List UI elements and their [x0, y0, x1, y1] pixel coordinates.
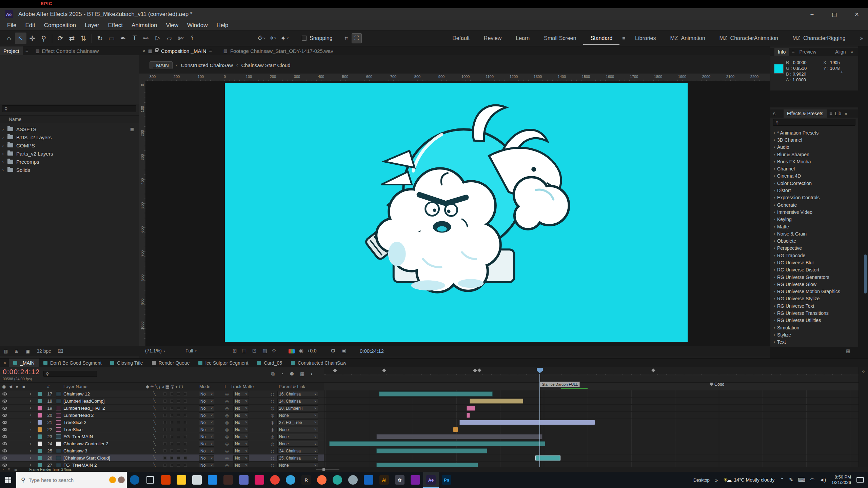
- chevron-up-icon[interactable]: ⌃: [780, 477, 784, 483]
- composition-viewport[interactable]: 10001002003004005006007008009001000: [139, 81, 770, 346]
- layer-switch-box[interactable]: [163, 449, 166, 452]
- snapshot-icon[interactable]: ✪: [331, 348, 335, 354]
- layer-lane[interactable]: [324, 462, 859, 467]
- type-tool[interactable]: T: [129, 33, 140, 44]
- tab-composition-main[interactable]: Composition _MAIN: [161, 48, 206, 54]
- layer-duration-bar[interactable]: [329, 441, 545, 446]
- layer-quality-icon[interactable]: ╲: [153, 463, 156, 467]
- chatgpt-app[interactable]: ✿: [392, 472, 408, 488]
- choose-grid-guides-icon[interactable]: ⊞: [233, 348, 237, 354]
- notification-center-icon[interactable]: [856, 477, 864, 483]
- layer-mode-dropdown[interactable]: No˅: [199, 412, 214, 418]
- layer-switch-box[interactable]: [184, 421, 187, 424]
- layer-quality-icon[interactable]: ╲: [153, 391, 156, 396]
- timeline-tab-render-queue[interactable]: Render Queue: [147, 359, 194, 367]
- start-button[interactable]: [0, 472, 16, 488]
- parent-link-dropdown[interactable]: None˅: [277, 462, 318, 467]
- effects-category[interactable]: ›Cinema 4D: [770, 172, 858, 180]
- parent-pickwhip-icon[interactable]: ◎: [271, 427, 274, 432]
- clock[interactable]: 8:50 PM 1/21/2026: [831, 474, 851, 485]
- disclosure-icon[interactable]: ›: [772, 304, 777, 308]
- layer-lane[interactable]: [324, 405, 859, 412]
- effects-category[interactable]: ›Blur & Sharpen: [770, 151, 858, 158]
- disclosure-icon[interactable]: ›: [772, 289, 777, 294]
- track-matte-dropdown[interactable]: No˅: [233, 455, 249, 461]
- layer-name[interactable]: TreeSlice: [63, 427, 139, 432]
- edge-browser[interactable]: [283, 472, 298, 488]
- comp-marker-button[interactable]: ⟡: [859, 369, 868, 374]
- visibility-eye-icon[interactable]: [2, 400, 7, 403]
- reset-exposure-icon[interactable]: ◉: [299, 348, 303, 354]
- tab-effects-presets[interactable]: Effects & Presets: [784, 109, 827, 118]
- panel-menu-icon[interactable]: ≡: [827, 111, 835, 116]
- layer-mode-dropdown[interactable]: No˅: [199, 462, 214, 467]
- workspace-small-screen[interactable]: Small Screen: [537, 32, 583, 45]
- layer-row[interactable]: ›20LumberHead 2╲No˅◎No˅◎None˅: [0, 412, 868, 419]
- exposure-value[interactable]: +0.0: [307, 348, 317, 353]
- panel-overflow-icon[interactable]: »: [850, 49, 853, 55]
- track-matte-pick-icon[interactable]: ◎: [225, 427, 229, 432]
- panel-corner-icon[interactable]: ▦: [846, 348, 850, 353]
- disclosure-icon[interactable]: ›: [772, 174, 777, 178]
- layer-switch-box[interactable]: [163, 407, 166, 410]
- pen-tool[interactable]: ✒: [117, 33, 129, 44]
- composition-marker-icon[interactable]: [473, 368, 477, 372]
- layer-name[interactable]: LumberHead 2: [63, 413, 139, 418]
- menu-window[interactable]: Window: [183, 22, 212, 29]
- layer-color-chip[interactable]: [38, 420, 42, 425]
- layer-disclosure-icon[interactable]: ›: [30, 441, 31, 446]
- project-item-precomps[interactable]: ›Precomps: [0, 158, 139, 166]
- layer-switch-box[interactable]: [163, 435, 166, 438]
- layer-quality-icon[interactable]: ╲: [153, 448, 156, 453]
- view-options-dropdown[interactable]: ⌖˅: [267, 33, 279, 44]
- dolly-camera-tool[interactable]: ⇅: [78, 33, 89, 44]
- menu-effect[interactable]: Effect: [104, 22, 127, 29]
- track-matte-pick-icon[interactable]: ◎: [225, 392, 229, 396]
- pen-icon[interactable]: ✎: [789, 477, 793, 483]
- parent-link-dropdown[interactable]: 14. Chainsa˅: [277, 398, 318, 404]
- panel-menu-icon[interactable]: ≡: [789, 49, 797, 55]
- parent-pickwhip-icon[interactable]: ◎: [271, 442, 274, 446]
- rectangle-tool[interactable]: ▭: [106, 33, 117, 44]
- effects-category[interactable]: ›Immersive Video: [770, 208, 858, 216]
- toggle-transparency-grid-icon[interactable]: ▨: [262, 348, 267, 354]
- track-matte-dropdown[interactable]: No˅: [233, 420, 249, 425]
- layer-switch-box[interactable]: [170, 392, 173, 395]
- disclosure-icon[interactable]: ›: [772, 138, 777, 142]
- timeline-tab-closing-title[interactable]: Closing Title: [106, 359, 147, 367]
- layer-name[interactable]: Chainsaw Controller 2: [63, 441, 139, 446]
- layer-color-chip[interactable]: [38, 427, 42, 432]
- toggle-mask-visibility-icon[interactable]: ⬚: [242, 348, 246, 354]
- layer-color-chip[interactable]: [38, 406, 42, 410]
- layer-lane[interactable]: [324, 390, 859, 398]
- track-matte-pick-icon[interactable]: ◎: [225, 406, 229, 411]
- disclosure-icon[interactable]: ›: [772, 224, 777, 229]
- marker-lane[interactable]: [324, 367, 859, 374]
- toggle-switches-icon[interactable]: ◔: [2, 468, 4, 471]
- track-matte-dropdown[interactable]: No˅: [233, 448, 249, 454]
- layer-lane[interactable]: [324, 433, 859, 440]
- layer-disclosure-icon[interactable]: ›: [30, 420, 31, 425]
- layer-switch-box[interactable]: [184, 414, 187, 417]
- snapping-checkbox[interactable]: [302, 36, 307, 41]
- panel-overflow-icon[interactable]: »: [845, 111, 847, 116]
- layer-quality-icon[interactable]: ╲: [153, 406, 156, 410]
- layer-lane[interactable]: [324, 412, 859, 419]
- visibility-eye-icon[interactable]: [2, 407, 7, 410]
- workspace-review[interactable]: Review: [477, 32, 509, 45]
- visibility-eye-icon[interactable]: [2, 456, 7, 460]
- toggle-transfer-icon[interactable]: ⧉: [8, 468, 10, 471]
- layer-disclosure-icon[interactable]: ›: [30, 455, 31, 460]
- effects-category[interactable]: ›Distort: [770, 187, 858, 194]
- menu-layer[interactable]: Layer: [80, 22, 104, 29]
- layer-duration-bar[interactable]: [376, 463, 478, 467]
- track-matte-pick-icon[interactable]: ◎: [225, 456, 229, 461]
- parent-pickwhip-icon[interactable]: ◎: [271, 463, 274, 467]
- layer-lane[interactable]: [324, 447, 859, 454]
- composition-marker-icon[interactable]: [333, 368, 337, 372]
- cortana-button[interactable]: [127, 472, 142, 488]
- layer-switch-box[interactable]: [184, 435, 187, 438]
- disclosure-icon[interactable]: ›: [772, 253, 777, 258]
- parent-pickwhip-icon[interactable]: ◎: [271, 434, 274, 439]
- draft-3d-icon[interactable]: ◔: [281, 371, 283, 377]
